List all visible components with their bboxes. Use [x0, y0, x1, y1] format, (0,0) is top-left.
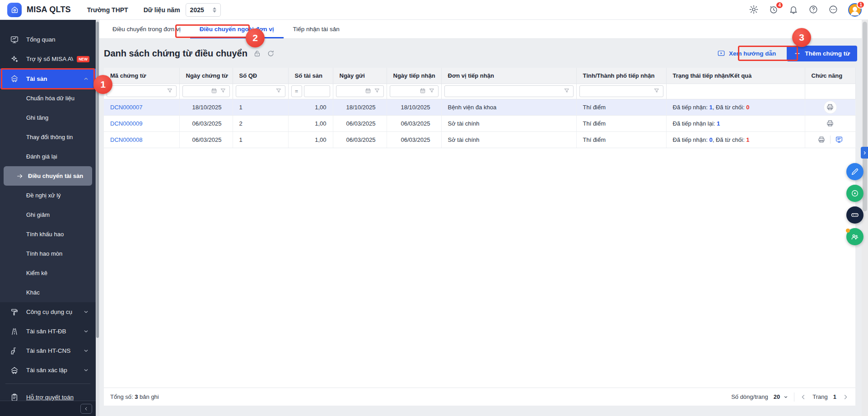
user-avatar[interactable]: 1: [848, 3, 862, 17]
sidebar-item-tong-quan[interactable]: Tổng quan: [0, 30, 96, 49]
filter-cell-code[interactable]: [104, 84, 179, 99]
help-icon[interactable]: [808, 5, 819, 15]
sidebar-subitem-dieu-chuyen-tai-san[interactable]: Điều chuyển tài sản: [4, 166, 92, 186]
print-icon[interactable]: [826, 103, 834, 111]
filter-input-sent[interactable]: [336, 85, 384, 97]
calendar-icon[interactable]: [365, 88, 371, 95]
chevron-down-icon: [783, 394, 789, 400]
sidebar-subitem-ghi-tang[interactable]: Ghi tăng: [0, 108, 96, 127]
sidebar-subitem-chuan-hoa-du-lieu[interactable]: Chuẩn hóa dữ liệu: [0, 89, 96, 108]
filter-cell-qd[interactable]: [233, 84, 288, 99]
next-page-button[interactable]: [842, 393, 849, 401]
calendar-icon[interactable]: [211, 88, 217, 95]
sidebar-subitem-tinh-khau-hao[interactable]: Tính khấu hao: [0, 224, 96, 244]
more-icon[interactable]: [828, 5, 839, 15]
table-row[interactable]: DCN00000806/03/202511,0006/03/202506/03/…: [104, 131, 855, 148]
sidebar-subitem-danh-gia-lai[interactable]: Đánh giá lại: [0, 147, 96, 166]
rows-per-page-select[interactable]: 20: [774, 393, 789, 400]
sidebar-item-tai-san-ht-db[interactable]: Tài sản HT-ĐB: [0, 322, 96, 341]
filter-funnel-icon[interactable]: [429, 88, 435, 95]
column-header-assets[interactable]: Số tài sản: [288, 68, 333, 84]
sidebar-scrollbar[interactable]: [96, 20, 99, 416]
column-header-doc_date[interactable]: Ngày chứng từ: [179, 68, 233, 84]
tools-icon: [10, 308, 19, 317]
table-row[interactable]: DCN00000906/03/202521,0006/03/202506/03/…: [104, 115, 855, 131]
tab-tiep-nhan-tai-san[interactable]: Tiếp nhận tài sản: [284, 20, 349, 38]
side-panel-expand-button[interactable]: [861, 147, 868, 159]
calendar-icon[interactable]: [420, 88, 426, 95]
sidebar-subitem-label: Khác: [26, 289, 40, 296]
document-link[interactable]: DCN000008: [110, 136, 143, 143]
refresh-icon[interactable]: [267, 50, 275, 57]
filter-input-unit[interactable]: [444, 85, 574, 97]
filter-cell-unit[interactable]: [441, 84, 576, 99]
sidebar-item-cong-cu-dung-cu[interactable]: Công cụ dụng cụ: [0, 302, 96, 322]
column-header-province[interactable]: Tỉnh/Thành phố tiếp nhận: [576, 68, 666, 84]
settings-icon[interactable]: [749, 5, 760, 15]
filter-cell-province[interactable]: [576, 84, 666, 99]
filter-input-received[interactable]: [390, 85, 439, 97]
filter-input-code[interactable]: [107, 85, 177, 97]
community-button[interactable]: [846, 228, 863, 245]
page-title: Danh sách chứng từ điều chuyển: [104, 48, 247, 59]
tab-dieu-chuyen-ngoai-don-vi[interactable]: Điều chuyển ngoài đơn vị: [190, 20, 284, 38]
equals-operator[interactable]: =: [291, 85, 302, 97]
sidebar-subitem-khac[interactable]: Khác: [0, 283, 96, 302]
filter-input-doc_date[interactable]: [182, 85, 230, 97]
column-header-unit[interactable]: Đơn vị tiếp nhận: [441, 68, 576, 84]
notifications-icon[interactable]: [789, 5, 799, 15]
status-count: 1: [746, 136, 749, 143]
sidebar-subitem-label: Đánh giá lại: [26, 153, 57, 160]
sidebar-collapse-button[interactable]: [80, 404, 92, 414]
filter-input-qd[interactable]: [236, 85, 285, 97]
cell-qd: 2: [233, 115, 288, 131]
filter-cell-sent[interactable]: [333, 84, 387, 99]
view-guide-button[interactable]: Xem hướng dẫn: [713, 46, 780, 61]
print-button[interactable]: [824, 101, 836, 113]
sidebar-subitem-tinh-hao-mon[interactable]: Tính hao mòn: [0, 244, 96, 263]
view-result-icon[interactable]: [835, 136, 843, 144]
filter-cell-assets[interactable]: =: [288, 84, 333, 99]
filter-cell-received[interactable]: [387, 84, 441, 99]
document-link[interactable]: DCN000007: [110, 104, 143, 111]
year-select[interactable]: 2025: [186, 3, 221, 17]
filter-funnel-icon[interactable]: [220, 88, 226, 95]
filter-funnel-icon[interactable]: [564, 88, 570, 95]
filter-funnel-icon[interactable]: [167, 88, 173, 95]
product-view-button[interactable]: [846, 206, 863, 224]
sidebar-subitem-de-nghi-xu-ly[interactable]: Đề nghị xử lý: [0, 186, 96, 205]
sidebar-subitem-kiem-ke[interactable]: Kiểm kê: [0, 263, 96, 283]
filter-funnel-icon[interactable]: [275, 88, 282, 95]
year-stepper-icon[interactable]: [213, 7, 216, 13]
tab-dieu-chuyen-trong-don-vi[interactable]: Điều chuyển trong đơn vị: [103, 20, 190, 38]
sidebar-item-tai-san-xac-lap[interactable]: Tài sản xác lập: [0, 360, 96, 380]
sidebar-subitem-thay-doi-thong-tin[interactable]: Thay đổi thông tin: [0, 127, 96, 147]
history-icon[interactable]: 4: [769, 5, 779, 15]
filter-funnel-icon[interactable]: [374, 88, 380, 95]
document-link[interactable]: DCN000009: [110, 120, 143, 127]
column-header-sent[interactable]: Ngày gửi: [333, 68, 387, 84]
sidebar-item-tro-ly-so-misa-ava[interactable]: Trợ lý số MISA AVANEW: [0, 49, 96, 69]
column-header-received[interactable]: Ngày tiếp nhận: [387, 68, 441, 84]
print-icon[interactable]: [826, 119, 834, 127]
support-center-button[interactable]: [846, 185, 863, 202]
table-row[interactable]: DCN00000718/10/202511,0018/10/202518/10/…: [104, 99, 855, 115]
filter-input-assets[interactable]: [304, 85, 330, 97]
sidebar-item-tai-san[interactable]: Tài sản: [0, 69, 96, 89]
sidebar-item-tai-san-ht-cns[interactable]: Tài sản HT-CNS: [0, 341, 96, 360]
filter-funnel-icon[interactable]: [653, 88, 660, 95]
print-icon[interactable]: [817, 136, 826, 144]
sidebar-scrollbar-thumb[interactable]: [96, 22, 99, 338]
filter-input-province[interactable]: [579, 85, 663, 97]
column-header-code[interactable]: Mã chứng từ: [104, 68, 179, 84]
add-document-button[interactable]: Thêm chứng từ: [787, 46, 857, 61]
sidebar-subitem-ghi-giam[interactable]: Ghi giảm: [0, 205, 96, 224]
current-page[interactable]: 1: [833, 393, 836, 400]
annotation-pen-button[interactable]: [846, 163, 863, 180]
column-header-status[interactable]: Trạng thái tiếp nhận/Kết quả: [666, 68, 805, 84]
prev-page-button[interactable]: [800, 393, 807, 401]
filter-cell-doc_date[interactable]: [179, 84, 233, 99]
column-header-qd[interactable]: Số QĐ: [233, 68, 288, 84]
column-header-actions[interactable]: Chức năng: [805, 68, 855, 84]
lock-icon[interactable]: [253, 50, 261, 57]
